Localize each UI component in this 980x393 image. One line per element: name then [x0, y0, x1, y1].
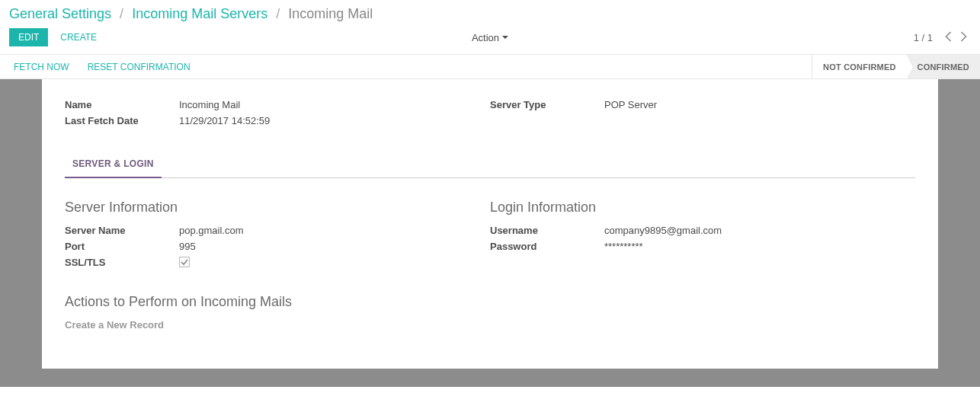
pager: 1 / 1: [914, 31, 971, 44]
create-new-record-label: Create a New Record: [65, 319, 915, 331]
status-confirmed[interactable]: CONFIRMED: [907, 55, 980, 78]
pager-prev[interactable]: [940, 31, 956, 44]
breadcrumb-separator: /: [120, 6, 123, 21]
field-password: Password **********: [490, 241, 915, 252]
chevron-right-icon: [960, 31, 967, 42]
pager-next[interactable]: [956, 31, 971, 44]
field-name: Name Incoming Mail: [65, 99, 490, 110]
field-ssl-tls: SSL/TLS: [65, 257, 490, 268]
field-username: Username company9895@gmail.com: [490, 225, 915, 236]
caret-down-icon: [502, 36, 508, 39]
field-port: Port 995: [65, 241, 490, 252]
background-area: Name Incoming Mail Last Fetch Date 11/29…: [0, 79, 980, 387]
action-dropdown-label: Action: [472, 32, 499, 43]
status-group: NOT CONFIRMED CONFIRMED: [812, 55, 980, 78]
create-button[interactable]: CREATE: [60, 32, 97, 43]
breadcrumb-separator: /: [276, 6, 280, 21]
field-last-fetch-date: Last Fetch Date 11/29/2017 14:52:59: [65, 115, 490, 126]
check-icon: [181, 258, 188, 266]
status-not-confirmed[interactable]: NOT CONFIRMED: [812, 55, 906, 78]
pager-count: 1 / 1: [914, 32, 933, 43]
breadcrumb-level1[interactable]: General Settings: [9, 6, 111, 21]
secondary-bar: FETCH NOW RESET CONFIRMATION NOT CONFIRM…: [0, 55, 980, 79]
tabs: SERVER & LOGIN: [65, 152, 915, 178]
chevron-left-icon: [945, 31, 952, 42]
field-server-name: Server Name pop.gmail.com: [65, 225, 490, 236]
section-actions-incoming: Actions to Perform on Incoming Mails: [65, 294, 915, 310]
breadcrumb-current: Incoming Mail: [288, 6, 373, 21]
tab-server-login[interactable]: SERVER & LOGIN: [65, 152, 162, 178]
breadcrumb: General Settings / Incoming Mail Servers…: [0, 0, 980, 25]
reset-confirmation-button[interactable]: RESET CONFIRMATION: [88, 62, 191, 72]
fetch-now-button[interactable]: FETCH NOW: [14, 62, 69, 72]
form-card: Name Incoming Mail Last Fetch Date 11/29…: [42, 79, 938, 369]
edit-button[interactable]: EDIT: [9, 28, 48, 46]
action-dropdown[interactable]: Action: [472, 32, 508, 43]
section-login-information: Login Information: [490, 200, 915, 216]
section-server-information: Server Information: [65, 200, 490, 216]
breadcrumb-level2[interactable]: Incoming Mail Servers: [132, 6, 267, 21]
control-bar: EDIT CREATE Action 1 / 1: [0, 25, 980, 55]
ssl-tls-checkbox: [179, 257, 190, 267]
field-server-type: Server Type POP Server: [490, 99, 915, 110]
